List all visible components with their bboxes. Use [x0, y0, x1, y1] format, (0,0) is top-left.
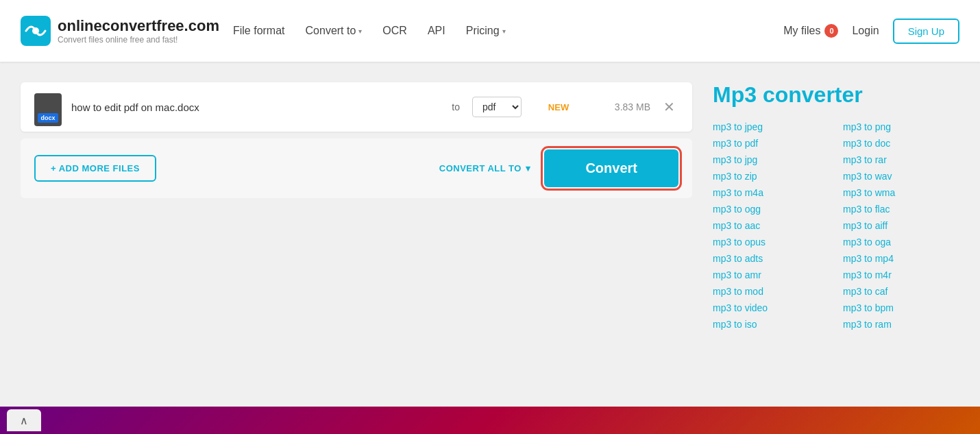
- file-name: how to edit pdf on mac.docx: [71, 101, 442, 113]
- pricing-chevron-icon: ▾: [502, 27, 506, 35]
- convert-all-chevron-icon: ▾: [526, 163, 531, 173]
- nav-file-format[interactable]: File format: [233, 25, 285, 37]
- sidebar-link-item[interactable]: mp3 to jpeg: [713, 121, 829, 132]
- logo-subtitle: Convert files online free and fast!: [58, 35, 219, 45]
- convert-button[interactable]: Convert: [544, 149, 678, 187]
- nav-api[interactable]: API: [428, 25, 445, 37]
- nav: File format Convert to ▾ OCR API Pricing…: [233, 25, 783, 37]
- signup-button[interactable]: Sign Up: [893, 19, 959, 44]
- sidebar-link-item[interactable]: mp3 to jpg: [713, 154, 829, 165]
- sidebar-link-item[interactable]: mp3 to mod: [713, 286, 829, 297]
- file-ext-label: docx: [38, 113, 58, 123]
- file-icon-wrapper: docx: [34, 93, 62, 121]
- remove-file-button[interactable]: ✕: [660, 99, 678, 115]
- header-right: My files 0 Login Sign Up: [783, 19, 959, 44]
- chevron-up-icon: ∧: [20, 414, 28, 427]
- convert-all-button[interactable]: CONVERT ALL TO ▾: [439, 163, 531, 173]
- sidebar-title: Mp3 converter: [713, 82, 959, 108]
- sidebar-link-item[interactable]: mp3 to flac: [843, 204, 959, 215]
- left-panel: docx how to edit pdf on mac.docx to pdf …: [21, 82, 692, 330]
- sidebar-link-item[interactable]: mp3 to pdf: [713, 138, 829, 149]
- convert-all-label: CONVERT ALL TO: [439, 163, 522, 173]
- main-content: docx how to edit pdf on mac.docx to pdf …: [0, 62, 980, 330]
- right-panel: Mp3 converter mp3 to jpegmp3 to pngmp3 t…: [713, 82, 959, 330]
- svg-point-1: [32, 27, 39, 34]
- sidebar-links-grid: mp3 to jpegmp3 to pngmp3 to pdfmp3 to do…: [713, 121, 959, 330]
- sidebar-link-item[interactable]: mp3 to wav: [843, 171, 959, 182]
- file-icon: docx: [34, 93, 62, 126]
- sidebar-link-item[interactable]: mp3 to doc: [843, 138, 959, 149]
- action-row: + ADD MORE FILES CONVERT ALL TO ▾ Conver…: [21, 138, 692, 198]
- sidebar-link-item[interactable]: mp3 to m4a: [713, 187, 829, 198]
- my-files-badge: 0: [824, 24, 838, 38]
- sidebar-link-item[interactable]: mp3 to adts: [713, 253, 829, 264]
- sidebar-link-item[interactable]: mp3 to ogg: [713, 204, 829, 215]
- file-size: 3.83 MB: [596, 101, 650, 112]
- nav-convert-to[interactable]: Convert to ▾: [306, 25, 363, 37]
- logo-text: onlineconvertfree.com Convert files onli…: [58, 17, 219, 45]
- sidebar-link-item[interactable]: mp3 to aiff: [843, 220, 959, 231]
- sidebar-link-item[interactable]: mp3 to caf: [843, 286, 959, 297]
- my-files-button[interactable]: My files 0: [783, 24, 838, 38]
- logo-icon: [21, 16, 51, 46]
- nav-ocr[interactable]: OCR: [382, 25, 407, 37]
- login-button[interactable]: Login: [852, 25, 879, 37]
- add-more-files-button[interactable]: + ADD MORE FILES: [34, 155, 156, 182]
- right-actions: CONVERT ALL TO ▾ Convert: [439, 149, 678, 187]
- logo-title: onlineconvertfree.com: [58, 17, 219, 35]
- sidebar-link-item[interactable]: mp3 to video: [713, 302, 829, 313]
- file-row: docx how to edit pdf on mac.docx to pdf …: [21, 82, 692, 132]
- sidebar-link-item[interactable]: mp3 to mp4: [843, 253, 959, 264]
- sidebar-link-item[interactable]: mp3 to iso: [713, 319, 829, 330]
- logo-area: onlineconvertfree.com Convert files onli…: [21, 16, 219, 46]
- scroll-up-button[interactable]: ∧: [7, 409, 41, 431]
- sidebar-link-item[interactable]: mp3 to png: [843, 121, 959, 132]
- ad-bar: ∧: [0, 407, 980, 434]
- sidebar-link-item[interactable]: mp3 to wma: [843, 187, 959, 198]
- format-select[interactable]: pdf docx jpg png mp3 mp4 zip rar: [472, 97, 522, 117]
- status-badge: NEW: [545, 102, 572, 112]
- header: onlineconvertfree.com Convert files onli…: [0, 0, 980, 62]
- sidebar-link-item[interactable]: mp3 to opus: [713, 237, 829, 248]
- sidebar-link-item[interactable]: mp3 to zip: [713, 171, 829, 182]
- convert-to-chevron-icon: ▾: [358, 27, 362, 35]
- my-files-label: My files: [783, 25, 820, 37]
- sidebar-link-item[interactable]: mp3 to amr: [713, 269, 829, 280]
- nav-pricing[interactable]: Pricing ▾: [466, 25, 506, 37]
- sidebar-link-item[interactable]: mp3 to m4r: [843, 269, 959, 280]
- to-label: to: [452, 101, 460, 112]
- sidebar-link-item[interactable]: mp3 to aac: [713, 220, 829, 231]
- sidebar-link-item[interactable]: mp3 to rar: [843, 154, 959, 165]
- sidebar-link-item[interactable]: mp3 to bpm: [843, 302, 959, 313]
- sidebar-link-item[interactable]: mp3 to ram: [843, 319, 959, 330]
- sidebar-link-item[interactable]: mp3 to oga: [843, 237, 959, 248]
